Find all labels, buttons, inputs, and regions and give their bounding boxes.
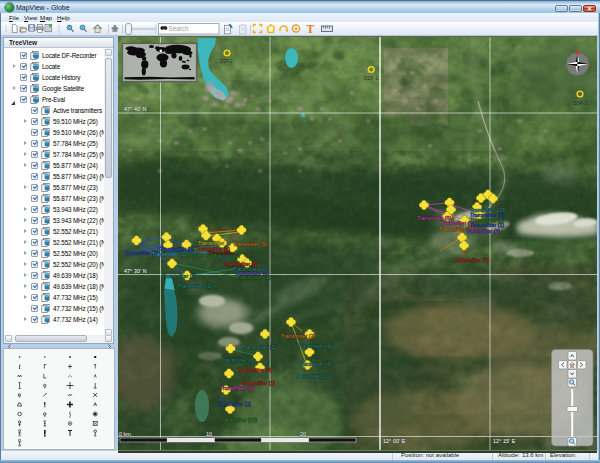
svg-text:Transmitter (2): Transmitter (2): [242, 344, 276, 350]
svg-text:Transmitter (3): Transmitter (3): [238, 367, 272, 373]
svg-text:0 km: 0 km: [119, 431, 131, 437]
svg-text:Transmitter (3): Transmitter (3): [466, 228, 500, 234]
svg-text:Transmitter: Transmitter: [214, 253, 240, 259]
svg-text:Transmitter (4): Transmitter (4): [298, 361, 332, 367]
svg-text:Transmitter (1): Transmitter (1): [298, 343, 332, 349]
svg-text:Transmitter (15): Transmitter (15): [220, 417, 257, 423]
svg-text:T: T: [307, 23, 315, 35]
svg-text:Transmitter (2): Transmitter (2): [281, 333, 315, 339]
svg-text:Transmitter (1): Transmitter (1): [237, 274, 271, 280]
svg-text:Transmitter (7): Transmitter (7): [162, 273, 196, 279]
svg-text:DDF2: DDF2: [220, 59, 233, 64]
svg-text:Transmitter (2): Transmitter (2): [178, 283, 212, 289]
svg-text:Transmitter (4): Transmitter (4): [455, 257, 489, 263]
svg-text:Transmitter (1): Transmitter (1): [220, 385, 254, 391]
svg-text:Transmitter (5): Transmitter (5): [233, 241, 267, 247]
svg-text:20: 20: [300, 431, 306, 437]
svg-text:Transmitter (2): Transmitter (2): [217, 401, 251, 407]
svg-text:Transmitter (6): Transmitter (6): [221, 357, 255, 363]
svg-text:12° 00' E: 12° 00' E: [383, 438, 406, 444]
svg-text:12° 15' E: 12° 15' E: [493, 438, 516, 444]
svg-text:10: 10: [206, 431, 212, 437]
svg-text:DDF-3: DDF-3: [573, 101, 588, 106]
svg-text:DDF-1: DDF-1: [364, 76, 379, 81]
svg-text:47° 30' N: 47° 30' N: [124, 268, 147, 274]
svg-text:Transmitter (1): Transmitter (1): [295, 373, 329, 379]
svg-text:47° 40' N: 47° 40' N: [124, 106, 147, 112]
svg-text:Search: Search: [169, 25, 189, 32]
